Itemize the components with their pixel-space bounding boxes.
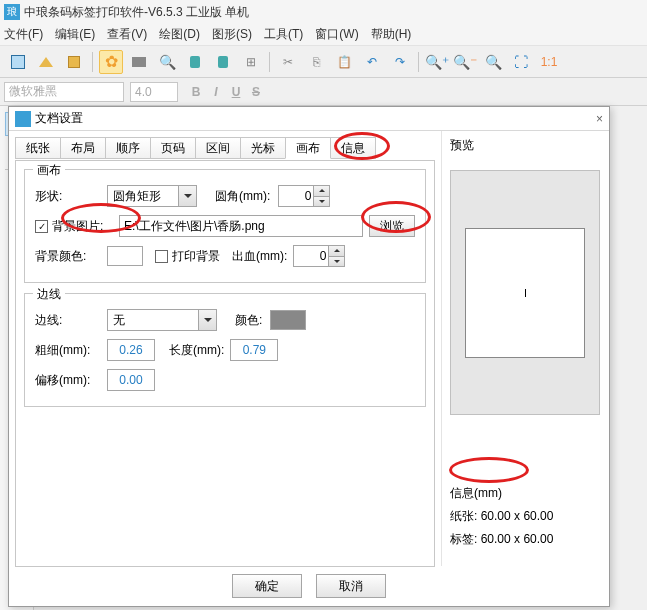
info-label-label: 标签: [450, 532, 477, 546]
edgecolor-swatch[interactable] [270, 310, 306, 330]
dialog-sidebar: 预览 信息(mm) 纸张: 60.00 x 60.00 标签: 60.00 x … [441, 131, 609, 566]
zoomfit-button[interactable]: 🔍 [481, 50, 505, 74]
cancel-button[interactable]: 取消 [316, 574, 386, 598]
preview-title: 预览 [450, 137, 601, 154]
italic-button[interactable]: I [206, 85, 226, 99]
zoomout-button[interactable]: 🔍⁻ [453, 50, 477, 74]
bleed-input[interactable] [294, 246, 328, 266]
menu-tool[interactable]: 工具(T) [264, 26, 303, 43]
cut-button[interactable]: ✂ [276, 50, 300, 74]
undo-button[interactable]: ↶ [360, 50, 384, 74]
db2-button[interactable] [211, 50, 235, 74]
menubar: 文件(F) 编辑(E) 查看(V) 绘图(D) 图形(S) 工具(T) 窗口(W… [0, 24, 647, 46]
info-paper-label: 纸张: [450, 509, 477, 523]
ok-button[interactable]: 确定 [232, 574, 302, 598]
spinner-buttons[interactable] [313, 186, 329, 206]
app-title: 中琅条码标签打印软件-V6.5.3 工业版 单机 [24, 4, 249, 21]
tab-canvas[interactable]: 画布 [285, 137, 331, 159]
canvas-group: 画布 形状: 圆角矩形 圆角(mm): [24, 169, 426, 283]
dialog-main: 纸张 布局 顺序 页码 区间 光标 画布 信息 画布 形状: [9, 131, 441, 566]
open-button[interactable] [34, 50, 58, 74]
offset-label: 偏移(mm): [35, 372, 107, 389]
chevron-down-icon [178, 186, 196, 206]
edge-combo[interactable]: 无 [107, 309, 217, 331]
menu-shape[interactable]: 图形(S) [212, 26, 252, 43]
printbg-checkbox[interactable]: 打印背景 [155, 248, 220, 265]
thickness-label: 粗细(mm): [35, 342, 107, 359]
edgecolor-label: 颜色: [235, 312, 262, 329]
fontsize-combo[interactable]: 4.0 [130, 82, 178, 102]
preview-button[interactable]: 🔍 [155, 50, 179, 74]
preview-box [450, 170, 600, 415]
zoom100-button[interactable]: 1:1 [537, 50, 561, 74]
db-button[interactable] [183, 50, 207, 74]
workspace: ➤ ⬚ A ≡ ▥ ◎ 〰 ◡ ⩕ △ 文档设置 × 纸张 布局 顺序 [0, 106, 647, 610]
titlebar: 琅 中琅条码标签打印软件-V6.5.3 工业版 单机 [0, 0, 647, 24]
info-paper-value: 60.00 x 60.00 [481, 509, 554, 523]
tab-paper[interactable]: 纸张 [15, 137, 61, 159]
tab-cursor[interactable]: 光标 [240, 137, 286, 159]
radius-input[interactable] [279, 186, 313, 206]
app-icon: 琅 [4, 4, 20, 20]
zoomin-button[interactable]: 🔍⁺ [425, 50, 449, 74]
bgcolor-swatch[interactable] [107, 246, 143, 266]
browse-button[interactable]: 浏览 [369, 215, 415, 237]
tab-panel: 画布 形状: 圆角矩形 圆角(mm): [15, 160, 435, 567]
bgcolor-label: 背景颜色: [35, 248, 107, 265]
menu-view[interactable]: 查看(V) [107, 26, 147, 43]
spinner-buttons[interactable] [328, 246, 344, 266]
info-section: 信息(mm) 纸张: 60.00 x 60.00 标签: 60.00 x 60.… [450, 485, 601, 548]
border-group: 边线 边线: 无 颜色: 粗细(mm): [24, 293, 426, 407]
border-group-title: 边线 [33, 286, 65, 303]
canvas-group-title: 画布 [33, 162, 65, 179]
radius-label: 圆角(mm): [215, 188, 270, 205]
menu-window[interactable]: 窗口(W) [315, 26, 358, 43]
info-label-value: 60.00 x 60.00 [481, 532, 554, 546]
zoomfull-button[interactable]: ⛶ [509, 50, 533, 74]
tab-info[interactable]: 信息 [330, 137, 376, 159]
menu-help[interactable]: 帮助(H) [371, 26, 412, 43]
print-button[interactable] [127, 50, 151, 74]
new-button[interactable] [6, 50, 30, 74]
dialog-footer: 确定 取消 [9, 566, 609, 606]
radius-spinner[interactable] [278, 185, 330, 207]
document-settings-dialog: 文档设置 × 纸张 布局 顺序 页码 区间 光标 画布 信息 画布 [8, 106, 610, 607]
strike-button[interactable]: S [246, 85, 266, 99]
shape-label: 形状: [35, 188, 107, 205]
redo-button[interactable]: ↷ [388, 50, 412, 74]
underline-button[interactable]: U [226, 85, 246, 99]
thickness-input[interactable] [107, 339, 155, 361]
paste-button[interactable]: 📋 [332, 50, 356, 74]
menu-draw[interactable]: 绘图(D) [159, 26, 200, 43]
bleed-spinner[interactable] [293, 245, 345, 267]
format-toolbar: 微软雅黑 4.0 B I U S [0, 78, 647, 106]
offset-input[interactable] [107, 369, 155, 391]
font-combo[interactable]: 微软雅黑 [4, 82, 124, 102]
checkbox-icon [35, 220, 48, 233]
bgimg-path-input[interactable] [119, 215, 363, 237]
edge-label: 边线: [35, 312, 107, 329]
dialog-title: 文档设置 [35, 110, 587, 127]
grid-button[interactable]: ⊞ [239, 50, 263, 74]
tab-layout[interactable]: 布局 [60, 137, 106, 159]
bleed-label: 出血(mm): [232, 248, 287, 265]
dialog-icon [15, 111, 31, 127]
save-button[interactable] [62, 50, 86, 74]
info-title: 信息(mm) [450, 485, 601, 502]
chevron-down-icon [198, 310, 216, 330]
tab-order[interactable]: 顺序 [105, 137, 151, 159]
menu-file[interactable]: 文件(F) [4, 26, 43, 43]
tab-strip: 纸张 布局 顺序 页码 区间 光标 画布 信息 [15, 137, 435, 161]
menu-edit[interactable]: 编辑(E) [55, 26, 95, 43]
tab-range[interactable]: 区间 [195, 137, 241, 159]
settings-button[interactable]: ✿ [99, 50, 123, 74]
main-toolbar: ✿ 🔍 ⊞ ✂ ⎘ 📋 ↶ ↷ 🔍⁺ 🔍⁻ 🔍 ⛶ 1:1 [0, 46, 647, 78]
dialog-close-button[interactable]: × [587, 112, 603, 126]
shape-combo[interactable]: 圆角矩形 [107, 185, 197, 207]
tab-page[interactable]: 页码 [150, 137, 196, 159]
bold-button[interactable]: B [186, 85, 206, 99]
length-input[interactable] [230, 339, 278, 361]
dialog-titlebar[interactable]: 文档设置 × [9, 107, 609, 131]
copy-button[interactable]: ⎘ [304, 50, 328, 74]
bgimg-checkbox[interactable]: 背景图片: [35, 218, 119, 235]
